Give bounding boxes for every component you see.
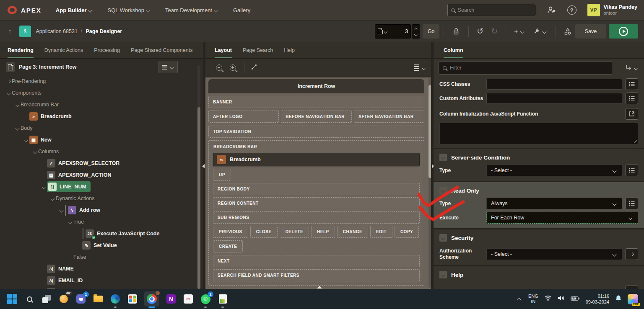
tree-item-columns[interactable]: Columns <box>0 146 203 157</box>
scrollbar-thumb[interactable] <box>197 107 200 289</box>
chevron-right-icon[interactable] <box>6 78 12 84</box>
tree-item-false[interactable]: False <box>0 251 203 263</box>
taskbar-search-button[interactable] <box>24 294 35 304</box>
tree-item-body[interactable]: Body <box>0 122 203 134</box>
page-title-bar[interactable]: Increment Row <box>208 79 424 93</box>
layout-position-region-body[interactable]: REGION BODY <box>213 183 420 195</box>
help-icon[interactable]: ? <box>567 5 576 15</box>
tray-overflow-icon[interactable] <box>516 296 522 302</box>
zoom-in-icon[interactable] <box>230 64 236 71</box>
collapse-group-icon[interactable] <box>439 187 447 194</box>
collapse-group-icon[interactable] <box>439 234 447 242</box>
layout-position-previous[interactable]: PREVIOUS <box>213 226 248 238</box>
menu-gallery[interactable]: Gallery <box>233 7 250 13</box>
whatsapp-button[interactable]: ✆2 <box>200 294 211 304</box>
tab-processing[interactable]: Processing <box>94 42 120 58</box>
collapse-group-icon[interactable] <box>439 154 447 161</box>
onenote-button[interactable]: N <box>166 294 177 304</box>
run-page-button[interactable] <box>609 24 638 39</box>
task-view-button[interactable] <box>41 294 52 304</box>
tree-item-components[interactable]: Components <box>0 87 203 99</box>
tree-item-name[interactable]: A|NAME <box>0 263 203 275</box>
tree-item-line-num[interactable]: 1|LINE_NUM <box>0 181 203 193</box>
read-only-type-select[interactable]: Always <box>486 198 622 209</box>
layout-menu-button[interactable] <box>414 64 427 71</box>
start-button[interactable] <box>7 294 18 304</box>
teams-chat-button[interactable]: 1 <box>75 294 86 304</box>
tree-item-apex-row-selector[interactable]: ✓APEX$ROW_SELECTOR <box>0 157 203 169</box>
chevron-down-icon[interactable] <box>6 90 12 96</box>
edge-button[interactable] <box>110 294 121 304</box>
tree-item-true[interactable]: True <box>0 216 203 228</box>
undo-icon[interactable]: ↺ <box>477 26 483 36</box>
layout-position-create[interactable]: CREATE <box>213 240 243 252</box>
collapse-left-icon[interactable] <box>202 164 205 168</box>
shared-components-icon[interactable] <box>564 28 571 35</box>
authorization-select[interactable]: - Select - <box>486 248 622 260</box>
tree-item-breadcrumb[interactable]: »Breadcrumb <box>0 111 203 122</box>
tab-page-search[interactable]: Page Search <box>243 42 273 58</box>
tab-page-shared-components[interactable]: Page Shared Components <box>131 42 192 58</box>
layout-position-up[interactable]: UP <box>213 169 231 181</box>
layout-position-edit[interactable]: EDIT <box>370 226 392 238</box>
go-to-scheme-button[interactable] <box>626 248 638 260</box>
menu-team-development[interactable]: Team Development <box>165 7 219 13</box>
layout-position-banner[interactable]: BANNER <box>208 96 424 108</box>
application-icon[interactable] <box>19 26 31 37</box>
lov-button[interactable] <box>626 198 638 209</box>
menu-app-builder[interactable]: App Builder <box>56 7 93 13</box>
collapse-group-icon[interactable] <box>439 271 447 278</box>
tree-item-new[interactable]: ▦New <box>0 134 203 146</box>
chevron-down-icon[interactable] <box>50 196 56 201</box>
layout-position-after-navigation-bar[interactable]: AFTER NAVIGATION BAR <box>354 111 424 123</box>
go-to-group-button[interactable] <box>625 65 639 71</box>
page-selector[interactable] <box>375 24 411 39</box>
filter-box[interactable] <box>439 61 612 75</box>
redo-icon[interactable]: ↻ <box>491 26 498 36</box>
go-button[interactable]: Go <box>423 24 439 39</box>
tab-layout[interactable]: Layout <box>215 42 232 58</box>
admin-icon[interactable] <box>547 6 556 14</box>
layout-position-next[interactable]: NEXT <box>213 255 420 267</box>
avatar[interactable]: VP <box>587 4 600 16</box>
zoom-out-icon[interactable] <box>216 64 222 71</box>
lock-icon[interactable] <box>452 27 460 36</box>
tree-root-row[interactable]: Page 3: Increment Row <box>0 59 203 75</box>
tab-column[interactable]: Column <box>444 42 463 58</box>
chevron-down-icon[interactable] <box>59 207 65 213</box>
tab-rendering[interactable]: Rendering <box>8 42 34 58</box>
chevron-down-icon[interactable] <box>15 102 21 108</box>
left-scrollbar[interactable] <box>197 65 200 289</box>
tree-item-execute-javascript-code[interactable]: JSExecute JavaScript Code <box>0 228 203 239</box>
user-info[interactable]: Vikas Pandey ontoor <box>604 4 637 16</box>
chrome-button[interactable] <box>144 294 159 304</box>
layout-position-close[interactable]: CLOSE <box>250 226 278 238</box>
ssc-type-select[interactable]: - Select - <box>486 165 622 176</box>
chevron-down-icon[interactable] <box>41 184 47 190</box>
css-classes-input[interactable] <box>486 79 622 90</box>
save-button[interactable]: Save <box>575 24 606 39</box>
open-help-editor-button[interactable] <box>626 286 638 289</box>
tree-item-apex-row-action[interactable]: ▤APEX$ROW_ACTION <box>0 169 203 181</box>
execute-select[interactable]: For Each Row <box>486 212 638 224</box>
create-menu-button[interactable]: + <box>514 27 525 36</box>
up-level-icon[interactable]: ↑ <box>8 28 12 35</box>
widgets-weather-button[interactable]: 60° <box>58 294 69 304</box>
lov-button[interactable] <box>626 93 638 104</box>
tree-item-add-row[interactable]: ϟAdd row <box>0 204 203 216</box>
page-number-input[interactable] <box>394 28 408 34</box>
layout-position-region-content[interactable]: REGION CONTENT <box>213 197 420 209</box>
taskbar-clock[interactable]: 01:16 09-03-2024 <box>586 293 609 305</box>
expand-icon[interactable] <box>251 64 257 72</box>
chevron-down-icon[interactable] <box>32 149 38 154</box>
chevron-down-icon[interactable] <box>15 125 21 131</box>
copilot-icon[interactable]: PRE <box>628 294 638 304</box>
group-header[interactable]: Help <box>434 266 644 281</box>
tree-item-set-value[interactable]: ✎Set Value <box>0 239 203 251</box>
layout-position-copy[interactable]: COPY <box>395 226 419 238</box>
layout-position-top-navigation[interactable]: TOP NAVIGATION <box>208 126 424 138</box>
tab-help[interactable]: Help <box>284 42 295 58</box>
collapse-bottom-icon[interactable] <box>317 286 322 288</box>
breadcrumb-region-item[interactable]: » Breadcrumb <box>213 153 420 166</box>
tree-item-pre-rendering[interactable]: Pre-Rendering <box>0 75 203 87</box>
